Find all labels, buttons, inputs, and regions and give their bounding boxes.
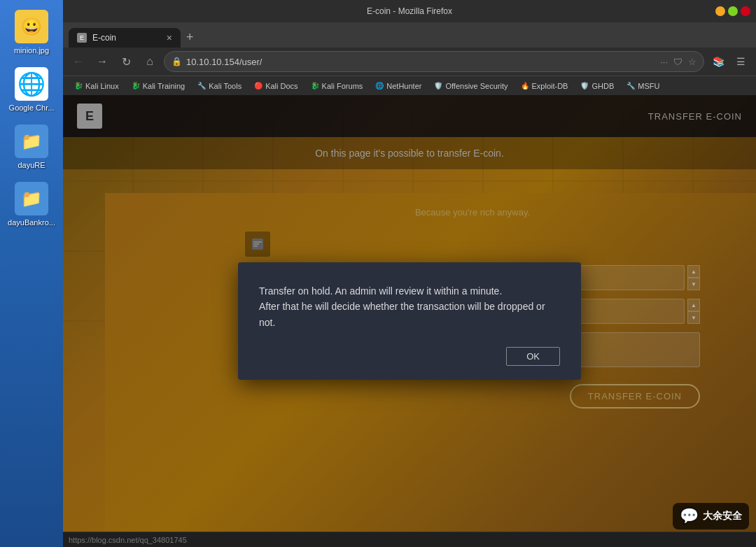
modal-footer: OK <box>259 347 560 366</box>
kali-forums-icon: 🐉 <box>311 82 319 90</box>
desktop-icon-minion-label: minion.jpg <box>14 46 49 55</box>
desktop-icon-dayubankro-label: dayuBankro... <box>8 218 55 227</box>
kali-training-icon: 🐉 <box>132 82 140 90</box>
ssl-lock-icon: 🔒 <box>172 57 182 66</box>
desktop-icon-chrome-label: Google Chr... <box>9 104 55 112</box>
modal-line1: Transfer on hold. An admin will review i… <box>259 285 502 297</box>
new-tab-button[interactable]: + <box>181 27 200 48</box>
bookmark-ghdb[interactable]: 🛡️ GHDB <box>575 80 620 92</box>
bookmark-kali-training-label: Kali Training <box>143 82 186 90</box>
desktop-icon-chrome[interactable]: 🌐 Google Chr... <box>4 64 59 115</box>
desktop-icon-dayubankro[interactable]: 📁 dayuBankro... <box>4 179 59 229</box>
back-button[interactable]: ← <box>69 52 88 71</box>
modal-overlay: Transfer on hold. An admin will review i… <box>63 95 756 547</box>
wechat-icon: 💬 <box>680 507 699 525</box>
bookmark-msfu-label: MSFU <box>638 82 659 90</box>
url-shield-icon: 🛡 <box>673 57 682 67</box>
reload-button[interactable]: ↻ <box>116 52 136 71</box>
modal-message: Transfer on hold. An admin will review i… <box>259 283 560 330</box>
bookmark-kali-forums[interactable]: 🐉 Kali Forums <box>305 80 369 92</box>
bookmark-kali-linux[interactable]: 🐉 Kali Linux <box>69 80 125 92</box>
minion-icon: 😀 <box>15 10 48 43</box>
bookmark-ghdb-label: GHDB <box>592 82 614 90</box>
bookmark-exploit-db[interactable]: 🔥 Exploit-DB <box>515 80 574 92</box>
maximize-button[interactable] <box>728 6 738 16</box>
modal-dialog: Transfer on hold. An admin will review i… <box>238 262 581 380</box>
tab-bar: E E-coin × + <box>63 22 756 48</box>
wechat-brand-text: 大余安全 <box>703 510 742 523</box>
tab-ecoin[interactable]: E E-coin × <box>69 28 181 48</box>
menu-button[interactable]: ☰ <box>731 52 750 71</box>
kali-linux-icon: 🐉 <box>74 82 83 90</box>
nav-icon-group: 📚 ☰ <box>708 52 750 71</box>
bookmark-nethunter-label: NetHunter <box>386 82 421 90</box>
ghdb-icon: 🛡️ <box>580 82 589 90</box>
bookmarks-bar: 🐉 Kali Linux 🐉 Kali Training 🔧 Kali Tool… <box>63 76 756 95</box>
offensive-security-icon: 🛡️ <box>434 82 442 90</box>
close-button[interactable] <box>741 6 750 16</box>
kali-docs-icon: 🔴 <box>254 82 262 90</box>
bookmark-kali-linux-label: Kali Linux <box>85 82 119 90</box>
bookmark-exploit-db-label: Exploit-DB <box>532 82 568 90</box>
modal-line2: After that he will decide whether the tr… <box>259 301 545 327</box>
kali-tools-icon: 🔧 <box>197 82 206 90</box>
folder-dayubankro-icon: 📁 <box>15 182 48 215</box>
bookmark-kali-forums-label: Kali Forums <box>322 82 363 90</box>
library-button[interactable]: 📚 <box>708 52 728 71</box>
nav-bar: ← → ↻ ⌂ 🔒 10.10.10.154/user/ ··· 🛡 ☆ 📚 ☰ <box>63 48 756 76</box>
desktop-icon-dayure-label: dayuRE <box>18 161 45 169</box>
bookmark-kali-training[interactable]: 🐉 Kali Training <box>126 80 191 92</box>
desktop-icon-dayure[interactable]: 📁 dayuRE <box>4 122 59 172</box>
tab-close-button[interactable]: × <box>167 32 172 43</box>
bookmark-nethunter[interactable]: 🌐 NetHunter <box>370 80 427 92</box>
folder-dayure-icon: 📁 <box>15 125 48 158</box>
forward-button[interactable]: → <box>92 52 112 71</box>
tab-favicon: E <box>77 33 87 43</box>
title-bar: E-coin - Mozilla Firefox <box>63 0 756 22</box>
wechat-watermark: 💬 大余安全 <box>673 503 749 530</box>
url-bar-extra: ··· 🛡 ☆ <box>660 57 696 67</box>
desktop-icon-minion[interactable]: 😀 minion.jpg <box>4 7 59 57</box>
msfu-icon: 🔧 <box>626 82 635 90</box>
bookmark-kali-tools[interactable]: 🔧 Kali Tools <box>192 80 247 92</box>
tab-label: E-coin <box>92 33 116 43</box>
bookmark-msfu[interactable]: 🔧 MSFU <box>621 80 665 92</box>
modal-ok-button[interactable]: OK <box>506 347 560 366</box>
bookmark-kali-tools-label: Kali Tools <box>209 82 241 90</box>
bookmark-offensive-security-label: Offensive Security <box>445 82 507 90</box>
window-title: E-coin - Mozilla Firefox <box>367 6 452 16</box>
minimize-button[interactable] <box>715 6 725 16</box>
url-text: 10.10.10.154/user/ <box>186 57 262 67</box>
chrome-icon: 🌐 <box>15 67 48 101</box>
home-button[interactable]: ⌂ <box>140 52 160 71</box>
nethunter-icon: 🌐 <box>375 82 384 90</box>
browser-window: E-coin - Mozilla Firefox E E-coin × + ← … <box>63 0 756 547</box>
desktop-sidebar: 😀 minion.jpg 🌐 Google Chr... 📁 dayuRE 📁 … <box>0 0 63 547</box>
page-content: E TRANSFER E-COIN On this page it's poss… <box>63 95 756 547</box>
url-bar[interactable]: 🔒 10.10.10.154/user/ ··· 🛡 ☆ <box>164 51 704 72</box>
url-more-button[interactable]: ··· <box>660 57 668 67</box>
exploit-db-icon: 🔥 <box>521 82 529 90</box>
bookmark-offensive-security[interactable]: 🛡️ Offensive Security <box>428 80 513 92</box>
window-controls <box>715 6 750 16</box>
url-star-icon[interactable]: ☆ <box>688 57 696 67</box>
bookmark-kali-docs[interactable]: 🔴 Kali Docs <box>248 80 303 92</box>
bookmark-kali-docs-label: Kali Docs <box>265 82 298 90</box>
